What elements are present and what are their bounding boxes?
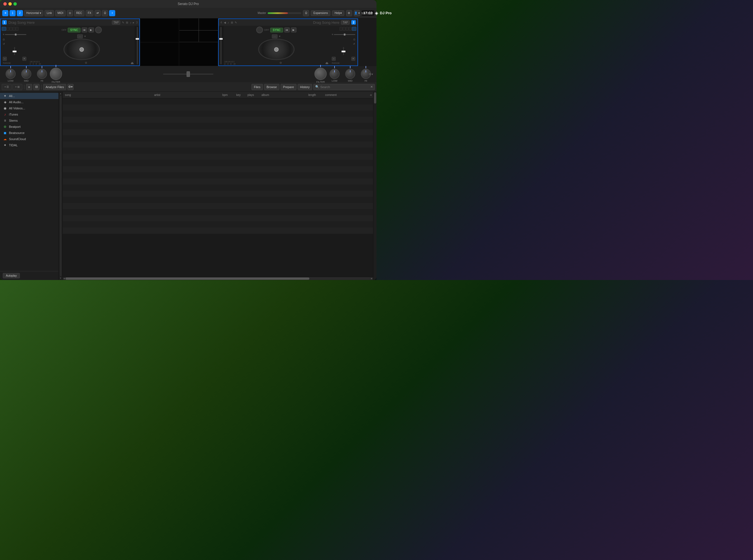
play-btn-right[interactable]: ▶ <box>291 27 297 33</box>
table-row[interactable] <box>63 129 373 135</box>
grid-icon-left[interactable]: ⊞ <box>126 21 128 24</box>
cue-slot-r4[interactable] <box>340 27 342 31</box>
pitch-knob-right[interactable] <box>256 26 263 33</box>
deck3-button[interactable]: 2 <box>17 10 23 16</box>
th-album[interactable]: album <box>259 94 306 97</box>
user-button[interactable]: 👤 ▾ <box>354 10 360 16</box>
cue-button-right[interactable] <box>352 27 357 31</box>
volume-thumb-right[interactable] <box>342 51 345 52</box>
th-comment[interactable]: comment <box>323 94 370 97</box>
cue-slot-1[interactable] <box>6 27 9 31</box>
expansions-button[interactable]: Expansions <box>311 11 330 16</box>
flip-button[interactable]: ⇌ <box>95 10 101 16</box>
h-scroll-knob[interactable] <box>65 278 309 280</box>
table-row[interactable] <box>63 154 373 160</box>
midi-button[interactable]: MIDI <box>55 10 65 16</box>
th-artist[interactable]: artist <box>152 94 220 97</box>
album-view-btn[interactable]: ⊟ <box>33 84 39 90</box>
add-playlist-button[interactable]: + ☰ <box>2 84 12 90</box>
hi-knob-left[interactable] <box>37 69 47 79</box>
mixer-settings[interactable]: ⚙▾ <box>369 73 373 76</box>
table-row[interactable] <box>63 178 373 185</box>
loop-icon-left[interactable]: ↺ <box>3 42 5 45</box>
maximize-button[interactable] <box>14 2 17 6</box>
headphone-icon-left[interactable]: Ω <box>3 38 5 41</box>
music-icon-left[interactable]: ♪ <box>130 21 131 24</box>
table-row[interactable] <box>63 197 373 203</box>
table-row[interactable] <box>63 148 373 154</box>
table-row[interactable] <box>63 222 373 228</box>
autoplay-button[interactable]: Autoplay <box>3 273 20 278</box>
sidebar-item-stems[interactable]: ≡ Stems <box>0 118 59 124</box>
sidebar-item-itunes[interactable]: ♪ iTunes <box>0 111 59 118</box>
h-scroll-right[interactable]: ▶ <box>371 277 372 280</box>
link-button[interactable]: Link <box>44 10 54 16</box>
cue-slot-r2[interactable] <box>346 27 348 31</box>
headphone-icon-right[interactable]: Ω <box>353 38 355 41</box>
analyze-settings-btn[interactable]: ⚙▾ <box>67 84 74 90</box>
search-clear-button[interactable]: ✕ <box>370 85 373 89</box>
deck-left-tap[interactable]: TAP <box>112 20 121 25</box>
table-row[interactable] <box>63 172 373 178</box>
sidebar-item-all[interactable]: ✦ All... <box>0 93 59 99</box>
h-scroll-left[interactable]: ◀ <box>63 277 65 280</box>
platter-left[interactable] <box>63 39 100 60</box>
pitch-thumb-right[interactable] <box>219 38 223 40</box>
analyze-files-button[interactable]: Analyze Files <box>43 84 66 90</box>
table-row[interactable] <box>63 111 373 117</box>
table-row[interactable] <box>63 123 373 129</box>
sidebar-item-beatsource[interactable]: ◼ Beatsource <box>0 130 59 136</box>
loop-icon-right[interactable]: ↺ <box>353 42 355 45</box>
volume-fader-right[interactable] <box>343 47 344 55</box>
low-knob-left[interactable] <box>6 69 16 79</box>
minus-btn-left[interactable]: − <box>3 57 7 61</box>
prev-btn-left[interactable]: ⏮ <box>82 27 87 33</box>
cue-slot-4[interactable] <box>16 27 18 31</box>
sidebar-item-audio[interactable]: ◈ All Audio... <box>0 99 59 105</box>
low-knob-right[interactable] <box>329 69 340 79</box>
grid-icon-right[interactable]: ⊞ <box>231 21 233 24</box>
pitch-fader-right[interactable] <box>220 27 222 64</box>
cue-slot-r1[interactable] <box>349 27 352 31</box>
v-scroll-thumb[interactable] <box>374 92 376 103</box>
sync-btn-left[interactable]: SYNC <box>68 28 81 33</box>
mid-knob-right[interactable] <box>345 69 355 79</box>
th-length[interactable]: length <box>306 94 323 97</box>
table-row[interactable] <box>63 142 373 148</box>
table-row[interactable] <box>63 166 373 172</box>
table-row[interactable] <box>63 215 373 222</box>
minimize-button[interactable] <box>8 2 12 6</box>
eq-fader-r1[interactable] <box>334 34 355 35</box>
deck1-selector[interactable]: ☀ <box>2 10 8 16</box>
table-row[interactable] <box>63 135 373 142</box>
search-input[interactable] <box>320 85 369 89</box>
th-key[interactable]: key <box>234 94 245 97</box>
play-btn-left[interactable]: ▶ <box>88 27 94 33</box>
headphones-output[interactable]: Ω <box>303 10 309 16</box>
sidebar-item-tidal[interactable]: ✦ TIDAL <box>0 142 59 148</box>
files-button[interactable]: Files <box>251 84 263 90</box>
table-row[interactable] <box>63 209 373 215</box>
browse-button[interactable]: Browse <box>264 84 280 90</box>
deck2-button[interactable]: 1 <box>9 10 16 16</box>
pitch-knob-left[interactable] <box>95 26 102 33</box>
music-icon-right[interactable]: ♪ <box>228 21 229 24</box>
prev-btn-right[interactable]: ⏮ <box>284 27 290 33</box>
plus-btn-right[interactable]: + <box>351 57 355 61</box>
mixer-gear-icon[interactable]: ⚙▾ <box>369 73 373 76</box>
eq-fader-1[interactable] <box>5 34 26 35</box>
table-row[interactable] <box>63 228 373 234</box>
filter-knob-right[interactable] <box>314 68 327 80</box>
pitch-thumb-left[interactable] <box>136 38 139 40</box>
volume-fader-left[interactable] <box>14 47 15 55</box>
sidebar-scroll-up[interactable]: ▲ <box>60 92 62 95</box>
eject-icon-right[interactable]: ⏏ <box>325 61 328 65</box>
th-plays[interactable]: plays <box>245 94 259 97</box>
list-view-btn[interactable]: ≡ <box>26 84 32 90</box>
pencil-icon-left[interactable]: ✎ <box>122 21 124 24</box>
history-button[interactable]: History <box>298 84 312 90</box>
prepare-button[interactable]: Prepare <box>281 84 297 90</box>
sidebar-item-soundcloud[interactable]: ☁ SoundCloud <box>0 136 59 142</box>
table-row[interactable] <box>63 117 373 123</box>
eq-thumb-1[interactable] <box>15 34 17 36</box>
